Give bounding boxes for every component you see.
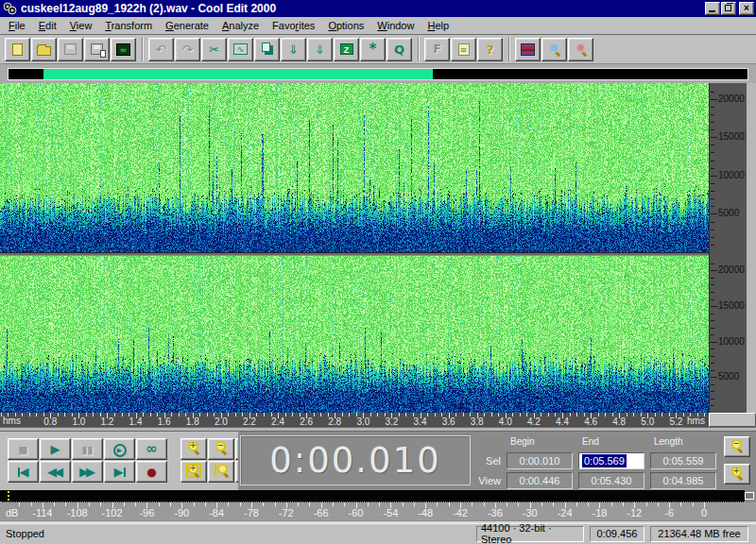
db-ruler[interactable]: dB -114-108-102-96-90-84-78-72-66-60-54-… [0,502,756,520]
save-file-button[interactable] [58,38,83,61]
sel-begin-field[interactable]: 0:00.010 [507,452,573,469]
cut-button[interactable]: ✂ [201,38,227,61]
zoom-full-button[interactable]: + [180,461,207,483]
db-tick-label: -48 [418,507,433,518]
stop-icon: ■ [18,442,27,456]
script-button[interactable]: ≡ [451,38,476,61]
mix-paste-button[interactable]: ⇓ [307,38,333,61]
freq-tick-label: 5000 [718,208,739,218]
freq-tick-label: 5000 [718,371,739,382]
record-button[interactable]: ● [136,461,167,483]
view-length-field[interactable]: 0:04.985 [650,472,716,489]
time-tick-label: 3.2 [385,416,398,427]
selection-view-block: Begin End Length Sel 0:00.010 0:05.569 0… [472,433,716,489]
time-tick-label: 4.4 [556,416,569,427]
time-tick-label: 1.0 [72,416,85,427]
menu-item-file[interactable]: File [2,18,32,33]
freq-tick-label: 10000 [718,170,745,180]
paste-button[interactable]: ⇓ [281,38,306,61]
pause-button[interactable]: ▮▮ [72,438,103,460]
menu-item-view[interactable]: View [63,18,99,33]
close-button[interactable]: × [739,2,754,15]
current-time-display: 0:00.010 [269,443,440,478]
db-tick-label: -12 [627,507,642,518]
convert-sample-type-button[interactable]: Q [387,38,412,61]
playback-state: Stopped [6,528,471,539]
save-selection-button[interactable]: ≈ [111,38,136,61]
time-tick-label: 4.2 [527,416,541,427]
convert-sample-type-icon: Q [394,43,404,56]
play-button[interactable]: ▶ [40,438,71,460]
trim-icon: ∿ [233,43,248,55]
db-tick-label: -18 [592,507,607,518]
zoom-left-edge-button[interactable] [208,461,234,483]
free-space-panel: 21364.48 MB free [650,526,748,542]
zoom-vertical-out-button[interactable]: − [724,436,750,457]
minimize-button[interactable] [705,2,720,15]
open-file-button[interactable] [31,38,57,61]
row-label-sel: Sel [472,455,501,467]
db-tick-label: -30 [523,507,538,518]
new-file-button[interactable] [5,38,30,61]
go-to-start-button[interactable]: ◀ [8,461,39,483]
playback-position-bar[interactable] [0,490,745,502]
menu-item-analyze[interactable]: Analyze [215,18,266,33]
menu-item-generate[interactable]: Generate [159,18,215,33]
zoom-in-button[interactable]: + [180,438,207,460]
time-tick-label: 1.8 [186,416,199,427]
help-button[interactable]: ? [477,38,503,61]
fast-forward-button[interactable]: ▶▶ [72,461,103,483]
copy-button[interactable] [254,38,280,61]
time-ruler[interactable]: 0.81.01.21.41.61.82.02.22.42.62.83.03.23… [0,413,756,427]
menu-item-edit[interactable]: Edit [32,18,63,33]
favorites-button[interactable]: F [424,38,450,61]
trim-button[interactable]: ∿ [228,38,253,61]
menu-item-options[interactable]: Options [321,18,370,33]
db-tick-label: -66 [314,507,329,518]
window-title: cuskeel12aug89_1922h (2).wav - Cool Edit… [21,1,704,16]
open-file-icon [37,43,51,56]
loop-button[interactable]: ∞ [136,438,167,460]
frequency-analysis-button[interactable] [515,38,541,61]
spectrogram-display: 2000015000100005000 2000015000100005000 [0,83,756,413]
overview-row [0,64,756,83]
waveform-view-button[interactable] [568,38,593,61]
spectral-view-button[interactable] [541,38,567,61]
play-looped-button[interactable]: ▶ [104,438,135,460]
ruler-corner [709,413,756,427]
save-as-button[interactable] [84,38,110,61]
position-marker[interactable] [8,491,9,501]
help-icon: ? [487,43,494,56]
go-to-end-button[interactable]: ▶ [104,461,135,483]
sel-end-field[interactable]: 0:05.569 [578,452,644,469]
spectrogram-right-channel[interactable] [0,256,709,413]
frequency-ruler[interactable]: 2000015000100005000 2000015000100005000 [709,83,747,413]
sel-length-field[interactable]: 0:05.559 [650,452,716,469]
menu-item-help[interactable]: Help [421,18,455,33]
minimize-icon [709,10,715,12]
stop-button[interactable]: ■ [8,438,39,460]
time-tick-label: 2.2 [243,416,256,427]
file-overview-bar[interactable] [8,68,748,80]
db-tick-label: -90 [174,507,189,518]
time-zone: 0:00.010 Begin End Length Sel 0:00.010 0… [238,432,756,490]
restore-button[interactable] [721,2,736,15]
view-begin-field[interactable]: 0:00.446 [507,472,573,489]
time-tick-label: 3.0 [356,416,369,427]
zoom-out-button[interactable]: − [208,438,234,460]
menu-item-window[interactable]: Window [370,18,421,33]
insert-mix-button[interactable]: * [360,38,386,61]
paste-icon: ⇓ [288,43,299,56]
redo-disabled-button[interactable]: ↷ [175,38,200,61]
view-extent-indicator[interactable] [43,69,433,79]
frequency-ruler-left: 2000015000100005000 [710,83,747,252]
paste-to-new-button[interactable]: Z [334,38,359,61]
view-end-field[interactable]: 0:05.430 [578,472,644,489]
menu-item-transform[interactable]: Transform [98,18,159,33]
menu-item-favorites[interactable]: Favorites [266,18,321,33]
rewind-button[interactable]: ◀◀ [40,461,71,483]
zoom-vertical-in-button[interactable]: + [724,464,750,484]
time-tick-label: 3.6 [442,416,455,427]
spectrogram-left-channel[interactable] [0,83,709,252]
undo-button[interactable]: ↶ [148,38,174,61]
